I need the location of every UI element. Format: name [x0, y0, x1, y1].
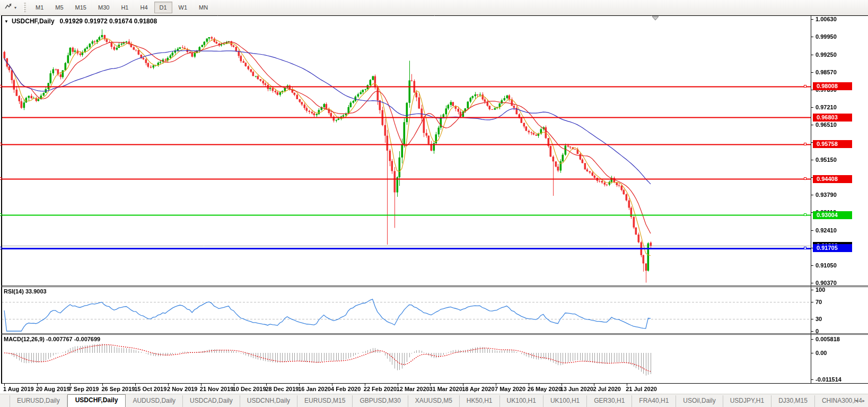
chart-ohlc-values: 0.91929 0.91972 0.91674 0.91808 [60, 18, 157, 25]
date-label: 21 Nov 2019 [200, 386, 234, 392]
tab-xauusd-m5[interactable]: XAUUSD,M5 [408, 395, 460, 407]
price-tick-label: 0.99950 [816, 33, 837, 40]
level-line-handle[interactable] [0, 213, 2, 216]
date-label: 16 Jan 2020 [298, 386, 331, 392]
price-level-badge: 0.96803 [813, 114, 852, 122]
tab-usdjpy-h1[interactable]: USDJPY,H1 [723, 395, 771, 407]
price-tick-label: 0.96510 [816, 121, 837, 128]
tab-usdchf-daily[interactable]: USDCHF,Daily [67, 394, 126, 407]
level-line-handle[interactable] [0, 85, 2, 88]
collapse-arrow-icon[interactable]: ▼ [4, 19, 8, 24]
date-label: 21 Jul 2020 [626, 386, 657, 392]
price-tick-label: 0.99250 [816, 51, 837, 58]
price-level-badge: 0.94408 [813, 175, 852, 183]
tabs-scroll-right-icon[interactable]: ▸ [862, 398, 865, 403]
date-label: 4 Feb 2020 [331, 386, 361, 392]
price-tick-label: 0.93790 [816, 191, 837, 198]
date-label: 26 Sep 2019 [101, 386, 135, 392]
price-tick-label: 0.92410 [816, 227, 837, 234]
price-tick-label: 0.98570 [816, 68, 837, 76]
tab-uk100-h1[interactable]: UK100,H1 [543, 395, 587, 407]
timeframe-button-w1[interactable]: W1 [173, 2, 193, 13]
price-tick-label: 0.95150 [816, 156, 837, 163]
price-level-badge: 0.98008 [813, 82, 852, 90]
date-label: 15 Oct 2019 [134, 386, 166, 392]
chart-symbol-label: USDCHF,Daily [12, 18, 55, 25]
timeframe-button-d1[interactable]: D1 [154, 2, 172, 13]
price-tick-label: 0.90370 [816, 279, 837, 287]
level-line-handle[interactable] [804, 85, 806, 88]
date-label: 13 Jun 2020 [560, 386, 593, 392]
chart-canvas[interactable] [0, 0, 868, 407]
chevron-down-icon[interactable]: ▾ [14, 5, 16, 10]
date-label: 2 Jul 2020 [593, 386, 621, 392]
price-tick-label: 0.97210 [816, 103, 837, 111]
chart-cursor-tool[interactable]: ▾ [0, 0, 20, 15]
mt4-window: ▾ M1M5M15M30H1H4D1W1MN ▼ USDCHF,Daily 0.… [0, 0, 868, 407]
level-line-handle[interactable] [804, 177, 806, 180]
tab-eurusd-daily[interactable]: EURUSD,Daily [10, 395, 67, 407]
tab-hk50-h1[interactable]: HK50,H1 [460, 395, 500, 407]
tab-usdcnh-daily[interactable]: USDCNH,Daily [240, 395, 297, 407]
price-level-badge: 0.95758 [813, 140, 852, 148]
tab-eurusd-m15[interactable]: EURUSD,M15 [297, 395, 353, 407]
price-axis[interactable]: 1.006300.999500.992500.985700.978900.972… [811, 15, 868, 384]
rsi-tick-label: 70 [816, 298, 822, 306]
rsi-indicator-label: RSI(14) 33.9003 [4, 288, 47, 295]
tab-ger30-h1[interactable]: GER30,H1 [587, 395, 632, 407]
timeframe-toolbar: M1M5M15M30H1H4D1W1MN [30, 2, 214, 13]
macd-tick-label: 0.005818 [816, 335, 840, 343]
price-level-badge: 0.91705 [813, 244, 852, 252]
level-line-handle[interactable] [804, 247, 806, 249]
date-label: 18 Apr 2020 [462, 386, 494, 392]
tab-fra40-h1[interactable]: FRA40,H1 [632, 395, 676, 407]
level-line-handle[interactable] [0, 143, 2, 145]
timeframe-button-h4[interactable]: H4 [135, 2, 153, 13]
chart-title: ▼ USDCHF,Daily 0.91929 0.91972 0.91674 0… [4, 18, 157, 25]
timeframe-button-m15[interactable]: M15 [70, 2, 92, 13]
date-label: 20 Aug 2019 [36, 386, 70, 392]
date-label: 2 Nov 2019 [167, 386, 197, 392]
level-line-handle[interactable] [0, 247, 2, 249]
tab-dj30-m15[interactable]: DJ30,M15 [771, 395, 815, 407]
tab-uk100-h1[interactable]: UK100,H1 [500, 395, 543, 407]
price-tick-label: 1.00630 [816, 15, 837, 23]
macd-tick-label: 0.00 [816, 349, 827, 357]
date-label: 10 Dec 2019 [233, 386, 266, 392]
rsi-tick-label: 0 [816, 327, 819, 335]
chart-tab-bar: EURUSD,DailyUSDCHF,DailyAUDUSD,DailyUSDC… [0, 394, 868, 407]
date-axis[interactable]: 1 Aug 201920 Aug 20197 Sep 201926 Sep 20… [0, 384, 811, 394]
level-line-handle[interactable] [804, 143, 806, 145]
date-label: 22 Feb 2020 [364, 386, 397, 392]
date-label: 12 Mar 2020 [397, 386, 429, 392]
date-label: 7 May 2020 [495, 386, 525, 392]
toolbar: ▾ M1M5M15M30H1H4D1W1MN [0, 0, 868, 15]
tab-usdcad-daily[interactable]: USDCAD,Daily [183, 395, 240, 407]
price-tick-label: 0.91050 [816, 262, 837, 269]
rsi-tick-label: 100 [816, 286, 825, 293]
macd-tick-label: -0.011514 [816, 376, 841, 383]
toolbar-grip-handle[interactable] [23, 3, 26, 12]
tab-usoil-daily[interactable]: USOil,Daily [676, 395, 723, 407]
macd-indicator-label: MACD(12,26,9) -0.007767 -0.007699 [4, 336, 100, 342]
level-line-handle[interactable] [0, 177, 2, 180]
tab-audusd-daily[interactable]: AUDUSD,Daily [126, 395, 183, 407]
price-level-badge: 0.93004 [813, 211, 852, 219]
date-label: 1 Aug 2019 [3, 386, 34, 392]
rsi-tick-label: 30 [816, 315, 822, 323]
level-line-handle[interactable] [804, 213, 806, 216]
timeframe-button-m30[interactable]: M30 [93, 2, 115, 13]
date-label: 26 May 2020 [528, 386, 562, 392]
timeframe-button-mn[interactable]: MN [194, 2, 213, 13]
timeframe-button-m5[interactable]: M5 [50, 2, 68, 13]
date-label: 7 Sep 2019 [69, 386, 99, 392]
chart-cursor-icon [4, 2, 13, 13]
date-label: 28 Dec 2019 [265, 386, 299, 392]
timeframe-button-m1[interactable]: M1 [30, 2, 49, 13]
timeframe-button-h1[interactable]: H1 [116, 2, 134, 13]
date-label: 31 Mar 2020 [429, 386, 462, 392]
tab-gbpusd-m30[interactable]: GBPUSD,M30 [353, 395, 408, 407]
tabs-scroll-left-icon[interactable]: ◂ [855, 398, 858, 403]
